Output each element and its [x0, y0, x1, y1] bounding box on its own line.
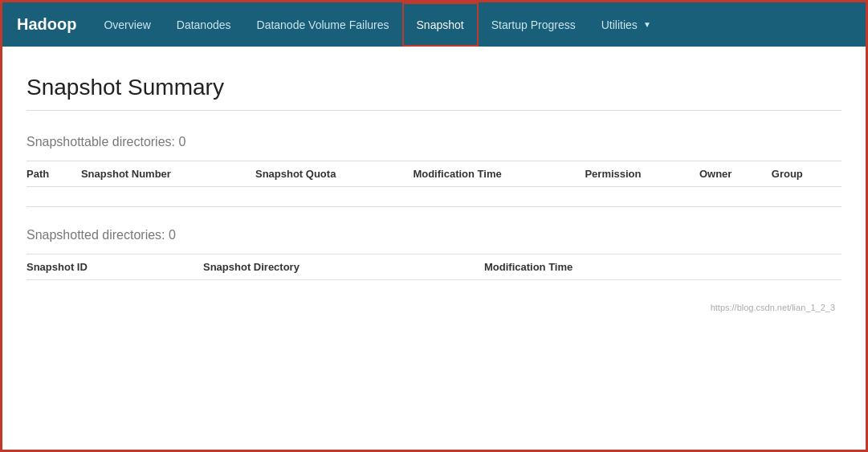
snapshotted-thead: Snapshot ID Snapshot Directory Modificat…	[26, 255, 842, 280]
nav-utilities[interactable]: Utilities ▼	[589, 2, 664, 47]
nav-overview[interactable]: Overview	[91, 2, 163, 47]
col-snapshot-id: Snapshot ID	[26, 255, 203, 280]
snapshottable-table-container: Path Snapshot Number Snapshot Quota Modi…	[26, 161, 842, 187]
navbar: Hadoop Overview Datanodes Datanode Volum…	[2, 2, 866, 47]
col-snapshot-number: Snapshot Number	[81, 161, 255, 187]
snapshotted-label: Snapshotted directories: 0	[26, 228, 842, 242]
snapshotted-section: Snapshotted directories: 0 Snapshot ID S…	[26, 220, 842, 280]
col-snapshot-quota: Snapshot Quota	[255, 161, 413, 187]
col-modification-time-2: Modification Time	[484, 255, 842, 280]
col-group: Group	[772, 161, 842, 187]
main-content: Snapshot Summary Snapshottable directori…	[2, 47, 866, 340]
snapshottable-thead: Path Snapshot Number Snapshot Quota Modi…	[26, 161, 842, 187]
snapshotted-header-row: Snapshot ID Snapshot Directory Modificat…	[26, 255, 842, 280]
chevron-down-icon: ▼	[643, 20, 651, 29]
nav-datanodes[interactable]: Datanodes	[164, 2, 244, 47]
nav-snapshot[interactable]: Snapshot	[402, 2, 479, 47]
col-path: Path	[26, 161, 81, 187]
snapshottable-label: Snapshottable directories: 0	[26, 135, 842, 149]
utilities-label: Utilities	[601, 18, 638, 31]
nav-startup-progress[interactable]: Startup Progress	[479, 2, 589, 47]
section-divider	[26, 206, 842, 207]
brand[interactable]: Hadoop	[10, 2, 91, 47]
page-title: Snapshot Summary	[26, 63, 842, 111]
snapshottable-section: Snapshottable directories: 0 Path Snapsh…	[26, 127, 842, 187]
col-modification-time: Modification Time	[413, 161, 585, 187]
col-permission: Permission	[585, 161, 699, 187]
col-snapshot-directory: Snapshot Directory	[203, 255, 484, 280]
snapshottable-header-row: Path Snapshot Number Snapshot Quota Modi…	[26, 161, 842, 187]
snapshotted-table: Snapshot ID Snapshot Directory Modificat…	[26, 254, 842, 280]
snapshottable-table: Path Snapshot Number Snapshot Quota Modi…	[26, 161, 842, 187]
col-owner: Owner	[699, 161, 772, 187]
watermark: https://blog.csdn.net/lian_1_2_3	[26, 299, 842, 316]
nav-datanode-volume-failures[interactable]: Datanode Volume Failures	[244, 2, 402, 47]
snapshotted-table-container: Snapshot ID Snapshot Directory Modificat…	[26, 254, 842, 280]
